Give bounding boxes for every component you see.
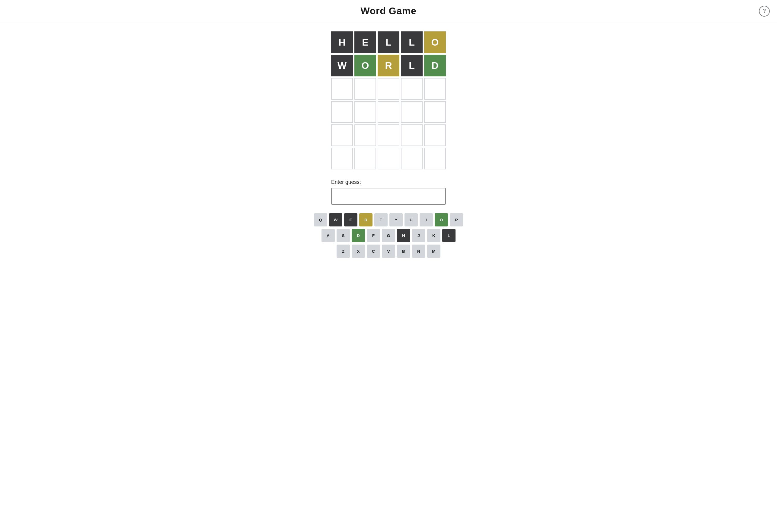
key-m[interactable]: M — [427, 244, 440, 258]
key-j[interactable]: J — [412, 229, 425, 242]
grid-cell-2-2 — [377, 78, 400, 100]
grid-cell-3-2 — [377, 101, 400, 123]
grid-cell-5-0 — [331, 148, 353, 170]
grid-cell-4-4 — [424, 124, 446, 146]
grid-cell-5-2 — [377, 148, 400, 170]
key-k[interactable]: K — [427, 229, 440, 242]
keyboard-row-0: QWERTYUIOP — [314, 213, 463, 226]
grid-cell-3-0 — [331, 101, 353, 123]
key-b[interactable]: B — [397, 244, 410, 258]
grid-cell-0-2: L — [377, 31, 400, 53]
key-c[interactable]: C — [367, 244, 380, 258]
main-content: HELLOWORLD Enter guess: QWERTYUIOPASDFGH… — [0, 22, 777, 267]
grid-cell-1-1: O — [354, 55, 376, 76]
grid-cell-3-1 — [354, 101, 376, 123]
grid-cell-4-0 — [331, 124, 353, 146]
key-x[interactable]: X — [352, 244, 365, 258]
grid-cell-3-4 — [424, 101, 446, 123]
key-w[interactable]: W — [329, 213, 342, 226]
grid-row-2 — [331, 78, 446, 100]
input-section: Enter guess: — [331, 179, 446, 205]
grid-cell-0-3: L — [401, 31, 423, 53]
key-i[interactable]: I — [420, 213, 433, 226]
grid-cell-4-1 — [354, 124, 376, 146]
keyboard-row-2: ZXCVBNM — [337, 244, 440, 258]
grid-row-1: WORLD — [331, 55, 446, 76]
keyboard-row-1: ASDFGHJKL — [322, 229, 455, 242]
grid-cell-2-0 — [331, 78, 353, 100]
key-e[interactable]: E — [344, 213, 357, 226]
key-a[interactable]: A — [322, 229, 335, 242]
key-o[interactable]: O — [435, 213, 448, 226]
grid-cell-1-2: R — [377, 55, 400, 76]
key-d[interactable]: D — [352, 229, 365, 242]
grid-cell-4-3 — [401, 124, 423, 146]
key-n[interactable]: N — [412, 244, 425, 258]
grid-cell-2-4 — [424, 78, 446, 100]
key-t[interactable]: T — [374, 213, 387, 226]
grid-cell-5-1 — [354, 148, 376, 170]
keyboard: QWERTYUIOPASDFGHJKLZXCVBNM — [314, 213, 463, 258]
grid-cell-0-4: O — [424, 31, 446, 53]
guess-input[interactable] — [331, 188, 446, 205]
key-l[interactable]: L — [442, 229, 455, 242]
key-u[interactable]: U — [405, 213, 418, 226]
grid-cell-5-4 — [424, 148, 446, 170]
help-button[interactable]: ? — [759, 6, 770, 17]
grid-row-4 — [331, 124, 446, 146]
grid-cell-1-0: W — [331, 55, 353, 76]
key-v[interactable]: V — [382, 244, 395, 258]
key-s[interactable]: S — [337, 229, 350, 242]
page-title: Word Game — [361, 5, 417, 17]
grid-row-0: HELLO — [331, 31, 446, 53]
grid-cell-2-3 — [401, 78, 423, 100]
grid-cell-0-0: H — [331, 31, 353, 53]
key-g[interactable]: G — [382, 229, 395, 242]
key-z[interactable]: Z — [337, 244, 350, 258]
grid-row-5 — [331, 148, 446, 170]
grid-cell-1-4: D — [424, 55, 446, 76]
game-grid: HELLOWORLD — [331, 31, 446, 170]
key-y[interactable]: Y — [390, 213, 403, 226]
key-r[interactable]: R — [359, 213, 372, 226]
grid-cell-5-3 — [401, 148, 423, 170]
grid-cell-4-2 — [377, 124, 400, 146]
grid-cell-3-3 — [401, 101, 423, 123]
grid-cell-2-1 — [354, 78, 376, 100]
key-p[interactable]: P — [450, 213, 463, 226]
input-label: Enter guess: — [331, 179, 361, 185]
app-header: Word Game ? — [0, 0, 777, 22]
grid-cell-1-3: L — [401, 55, 423, 76]
key-h[interactable]: H — [397, 229, 410, 242]
grid-cell-0-1: E — [354, 31, 376, 53]
key-q[interactable]: Q — [314, 213, 327, 226]
grid-row-3 — [331, 101, 446, 123]
key-f[interactable]: F — [367, 229, 380, 242]
